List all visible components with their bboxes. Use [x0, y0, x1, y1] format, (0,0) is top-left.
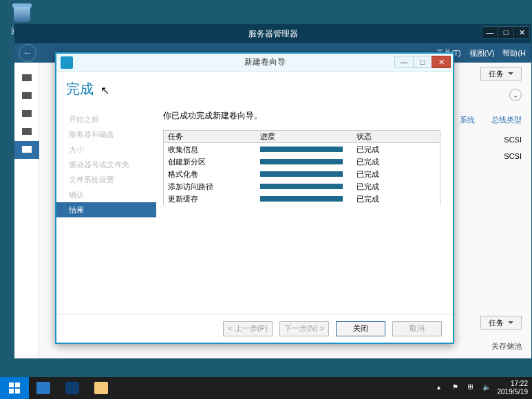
table-row: 格式化卷 已完成	[164, 168, 440, 180]
maximize-button[interactable]: □	[498, 26, 514, 39]
task-status: 已完成	[357, 157, 425, 167]
tasks-dropdown-top[interactable]: 任务	[480, 67, 522, 80]
storage-pools-label: 关存储池	[491, 341, 522, 352]
back-button[interactable]: ←	[19, 44, 36, 62]
column-task: 任务	[164, 131, 260, 142]
wizard-results-table: 任务 进度 状态 收集信息 已完成 创建新分区 已完成	[163, 130, 440, 205]
server-manager-title: 服务器管理器	[14, 28, 531, 40]
expand-toggle[interactable]: ⌄	[509, 89, 522, 101]
tasks-dropdown-label: 任务	[489, 69, 504, 79]
recycle-bin-icon	[10, 0, 34, 25]
tasks-dropdown-bottom[interactable]: 任务	[480, 316, 522, 330]
column-progress: 进度	[260, 131, 357, 142]
maximize-button[interactable]: □	[413, 56, 432, 68]
desktop-background: 回收站 服务器管理器 — □ ✕ ← 工具(T) 视图(V) 帮助(H	[0, 0, 532, 399]
progress-bar	[260, 184, 343, 189]
wizard-step: 服务器和磁盘	[56, 127, 156, 142]
wizard-titlebar[interactable]: 新建卷向导 — □ ✕	[56, 54, 453, 72]
clock-time: 17:22	[498, 380, 529, 388]
close-button[interactable]: ✕	[513, 26, 530, 39]
windows-logo-icon	[9, 382, 20, 393]
caret-down-icon	[508, 72, 513, 78]
taskbar-item-powershell[interactable]	[58, 377, 87, 399]
wizard-steps-nav: 开始之前 服务器和磁盘 大小 驱动器号或文件夹 文件系统设置 确认 结果	[56, 72, 156, 314]
table-row[interactable]: SCSI	[504, 136, 522, 152]
task-status: 已完成	[357, 169, 425, 180]
task-status: 已完成	[357, 194, 425, 204]
caret-down-icon	[508, 321, 513, 327]
wizard-step-current: 结果	[56, 202, 156, 217]
nav-item-dashboard[interactable]	[14, 69, 39, 87]
column-status: 状态	[357, 131, 425, 142]
taskbar: ▴ ⚑ ⛨ 🔈 17:22 2019/5/19	[0, 377, 532, 399]
cancel-button[interactable]: 取消	[392, 321, 442, 336]
new-volume-wizard: 新建卷向导 — □ ✕ 完成 ↖ 开始之前 服务器和磁盘 大小 驱动器号或文件夹…	[55, 52, 454, 344]
wizard-heading: 完成	[66, 80, 94, 98]
wizard-footer: < 上一步(P) 下一步(N) > 关闭 取消	[56, 314, 453, 343]
chevron-down-icon: ⌄	[513, 91, 518, 99]
wizard-step: 文件系统设置	[56, 172, 156, 187]
table-header-row: 任务 进度 状态	[164, 131, 440, 143]
table-row[interactable]: SCSI	[504, 152, 522, 169]
previous-button[interactable]: < 上一步(P)	[223, 321, 273, 336]
tray-up-icon[interactable]: ▴	[437, 383, 447, 393]
progress-bar	[260, 159, 343, 164]
close-wizard-button[interactable]: 关闭	[336, 321, 385, 336]
nav-item-all[interactable]	[14, 105, 39, 123]
table-row: 添加访问路径 已完成	[164, 180, 440, 193]
system-tray: ▴ ⚑ ⛨ 🔈 17:22 2019/5/19	[437, 377, 529, 399]
start-button[interactable]	[0, 377, 29, 399]
table-row: 创建新分区 已完成	[164, 155, 440, 168]
menu-help[interactable]: 帮助(H	[502, 48, 526, 58]
task-name: 创建新分区	[164, 157, 260, 167]
server-manager-nav	[14, 63, 39, 358]
column-system[interactable]: 系统	[460, 115, 475, 125]
wizard-success-message: 你已成功完成新建卷向导。	[163, 110, 440, 122]
close-button[interactable]: ✕	[432, 56, 451, 68]
table-row: 更新缓存 已完成	[164, 193, 440, 205]
tray-sound-icon[interactable]: 🔈	[482, 383, 492, 393]
wizard-app-icon	[61, 56, 73, 69]
nav-item-roles[interactable]	[14, 123, 39, 141]
task-name: 更新缓存	[164, 194, 260, 204]
next-button[interactable]: 下一步(N) >	[279, 321, 329, 336]
nav-item-storage[interactable]	[14, 141, 39, 159]
task-name: 收集信息	[164, 144, 260, 155]
progress-bar	[260, 196, 343, 202]
cursor-icon: ↖	[100, 84, 109, 97]
tasks-dropdown-label: 任务	[489, 318, 504, 328]
taskbar-item-explorer[interactable]	[87, 377, 116, 399]
minimize-button[interactable]: —	[394, 56, 414, 68]
column-bus-type[interactable]: 总线类型	[491, 115, 522, 125]
progress-bar	[260, 147, 343, 152]
task-name: 格式化卷	[164, 169, 260, 180]
table-row: 收集信息 已完成	[164, 143, 440, 155]
disk-table-rows: SCSI SCSI	[504, 136, 522, 169]
wizard-step: 开始之前	[56, 111, 156, 127]
tray-network-icon[interactable]: ⛨	[467, 383, 477, 393]
menu-view[interactable]: 视图(V)	[469, 48, 495, 58]
progress-bar	[260, 171, 343, 177]
task-status: 已完成	[357, 144, 425, 155]
tray-flag-icon[interactable]: ⚑	[452, 383, 462, 393]
task-name: 添加访问路径	[164, 182, 260, 192]
server-manager-titlebar[interactable]: 服务器管理器 — □ ✕	[14, 24, 531, 43]
clock-date: 2019/5/19	[498, 388, 529, 396]
minimize-button[interactable]: —	[482, 26, 498, 39]
system-clock[interactable]: 17:22 2019/5/19	[498, 380, 529, 396]
wizard-step: 大小	[56, 142, 156, 157]
arrow-left-icon: ←	[23, 48, 32, 58]
task-status: 已完成	[357, 182, 425, 192]
disk-table-header: 系统 总线类型	[460, 115, 522, 125]
taskbar-item-server-manager[interactable]	[29, 377, 58, 399]
wizard-step: 驱动器号或文件夹	[56, 157, 156, 172]
wizard-step: 确认	[56, 187, 156, 202]
nav-item-local[interactable]	[14, 87, 39, 105]
